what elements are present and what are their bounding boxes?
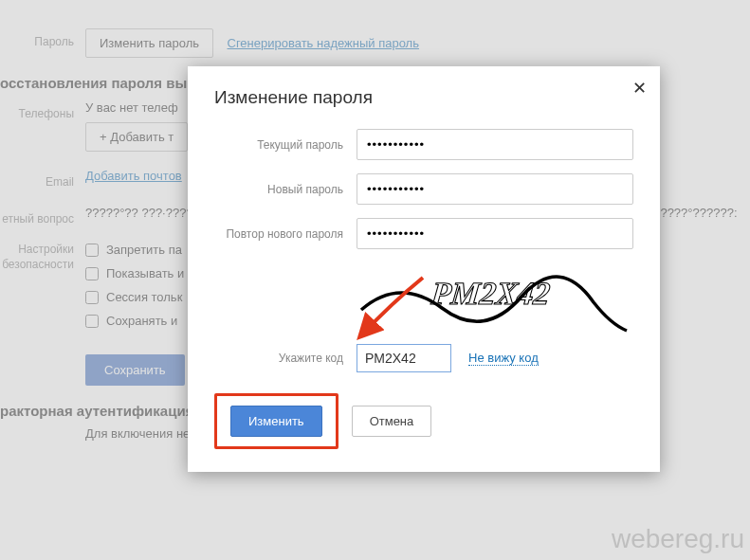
checkbox-label-2: Показывать и bbox=[106, 266, 184, 280]
checkbox-2[interactable] bbox=[85, 267, 99, 280]
checkbox-label-4: Сохранять и bbox=[106, 314, 177, 328]
captcha-code-input[interactable] bbox=[357, 344, 451, 372]
checkbox-label-3: Сессия тольк bbox=[106, 290, 182, 304]
checkbox-label-1: Запретить па bbox=[106, 243, 182, 257]
save-button[interactable]: Сохранить bbox=[85, 354, 185, 386]
add-phone-button[interactable]: + Добавить т bbox=[85, 122, 188, 152]
new-password-label: Новый пароль bbox=[214, 183, 357, 196]
add-email-link[interactable]: Добавить почтов bbox=[85, 169, 182, 183]
repeat-password-input[interactable] bbox=[357, 218, 633, 249]
close-icon[interactable]: ✕ bbox=[632, 78, 647, 99]
new-password-input[interactable] bbox=[357, 173, 633, 205]
checkbox-1[interactable] bbox=[85, 244, 99, 257]
phones-label: Телефоны bbox=[0, 100, 85, 120]
svg-text:PM2X42: PM2X42 bbox=[429, 276, 552, 311]
generate-password-link[interactable]: Сгенерировать надежный пароль bbox=[228, 36, 419, 50]
password-label: Пароль bbox=[0, 28, 85, 48]
security-settings-label: Настройки безопасности bbox=[0, 243, 85, 272]
code-label: Укажите код bbox=[214, 352, 357, 365]
current-password-input[interactable] bbox=[357, 129, 633, 160]
change-button-highlight: Изменить bbox=[214, 393, 338, 449]
change-password-button[interactable]: Изменить пароль bbox=[85, 28, 213, 58]
checkbox-4[interactable] bbox=[85, 315, 99, 328]
watermark: webereg.ru bbox=[612, 524, 744, 554]
secret-question-label: етный вопрос bbox=[0, 206, 85, 226]
checkbox-3[interactable] bbox=[85, 291, 99, 304]
change-button[interactable]: Изменить bbox=[230, 406, 322, 437]
refresh-captcha-link[interactable]: Не вижу код bbox=[468, 351, 539, 366]
email-label: Email bbox=[0, 169, 85, 189]
captcha-image: PM2X42 bbox=[357, 262, 631, 338]
modal-title: Изменение пароля bbox=[214, 87, 633, 108]
change-password-modal: ✕ Изменение пароля Текущий пароль Новый … bbox=[188, 66, 660, 472]
current-password-label: Текущий пароль bbox=[214, 138, 357, 152]
cancel-button[interactable]: Отмена bbox=[352, 406, 432, 437]
repeat-password-label: Повтор нового пароля bbox=[214, 227, 357, 241]
